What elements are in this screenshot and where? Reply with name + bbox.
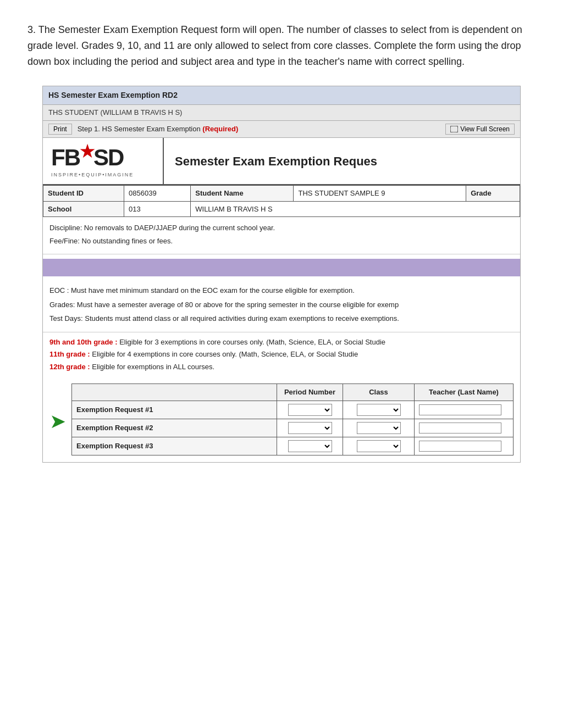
exemption-label-3: Exemption Request #3 xyxy=(72,437,277,455)
grade-9-10-label: 9th and 10th grade : xyxy=(49,338,118,346)
grade-9-10-text: Eligible for 3 exemptions in core course… xyxy=(119,338,385,346)
fbisd-logo: FB★SD xyxy=(51,143,123,169)
grade-12-line: 12th grade : Eligible for exemptions in … xyxy=(49,362,514,373)
class-cell-2[interactable]: MathScienceELASocial Studies xyxy=(343,419,415,437)
exemption-row-2: Exemption Request #212345678MathScienceE… xyxy=(72,419,514,437)
teacher-input-3[interactable] xyxy=(419,441,501,452)
fee-text: Fee/Fine: No outstanding fines or fees. xyxy=(49,236,514,247)
teacher-input-1[interactable] xyxy=(419,404,501,415)
period-select-2[interactable]: 12345678 xyxy=(288,422,332,434)
teacher-cell-1[interactable] xyxy=(415,401,514,419)
eoc-section: EOC : Must have met minimum standard on … xyxy=(43,281,520,332)
form-title: HS Semester Exam Exemption RD2 xyxy=(48,91,178,99)
eoc-text: EOC : Must have met minimum standard on … xyxy=(49,285,514,296)
grade-12-text: Eligible for exemptions in ALL courses. xyxy=(92,363,214,371)
col-header-period: Period Number xyxy=(277,384,343,401)
logo-area: FB★SD INSPIRE•EQUIP•IMAGINE xyxy=(43,138,164,185)
expand-icon xyxy=(450,126,458,132)
purple-bar xyxy=(43,259,520,276)
discipline-text: Discipline: No removals to DAEP/JJAEP du… xyxy=(49,223,514,234)
grade-9-10-line: 9th and 10th grade : Eligible for 3 exem… xyxy=(49,337,514,348)
col-header-request xyxy=(72,384,277,401)
conditions-area: Discipline: No removals to DAEP/JJAEP du… xyxy=(43,217,520,254)
col-header-teacher: Teacher (Last Name) xyxy=(415,384,514,401)
intro-paragraph: 3. The Semester Exam Exemption Request f… xyxy=(27,22,536,69)
exemption-label-1: Exemption Request #1 xyxy=(72,401,277,419)
view-full-screen-label: View Full Screen xyxy=(460,125,510,133)
exemption-row-3: Exemption Request #312345678MathScienceE… xyxy=(72,437,514,455)
step-bar: Print Step 1. HS Semester Exam Exemption… xyxy=(43,121,520,138)
exam-exemption-title: Semester Exam Exemption Reques xyxy=(175,152,377,170)
exemption-row-1: Exemption Request #112345678MathScienceE… xyxy=(72,401,514,419)
exemption-table: Period Number Class Teacher (Last Name) … xyxy=(71,384,514,455)
form-body: FB★SD INSPIRE•EQUIP•IMAGINE Semester Exa… xyxy=(43,138,520,462)
arrow-icon: ➤ xyxy=(49,407,66,436)
period-select-1[interactable]: 12345678 xyxy=(288,404,332,416)
student-subheader: THS STUDENT (WILLIAM B TRAVIS H S) xyxy=(43,105,520,121)
school-name-value: WILLIAM B TRAVIS H S xyxy=(191,201,520,217)
period-cell-1[interactable]: 12345678 xyxy=(277,401,343,419)
view-full-screen-button[interactable]: View Full Screen xyxy=(445,124,515,135)
class-select-3[interactable]: MathScienceELASocial Studies xyxy=(357,440,401,452)
class-select-2[interactable]: MathScienceELASocial Studies xyxy=(357,422,401,434)
logo-star: ★ xyxy=(80,142,93,160)
class-select-1[interactable]: MathScienceELASocial Studies xyxy=(357,404,401,416)
student-id-value: 0856039 xyxy=(124,186,191,202)
teacher-cell-3[interactable] xyxy=(415,437,514,455)
teacher-input-2[interactable] xyxy=(419,423,501,434)
fbisd-tagline: INSPIRE•EQUIP•IMAGINE xyxy=(51,171,134,179)
student-id-label: Student ID xyxy=(43,186,124,202)
grades-text: Grades: Must have a semester average of … xyxy=(49,299,514,310)
grade-11-line: 11th grade : Eligible for 4 exemptions i… xyxy=(49,349,514,360)
grade-12-label: 12th grade : xyxy=(49,363,90,371)
school-label: School xyxy=(43,201,124,217)
school-id-value: 013 xyxy=(124,201,191,217)
grade-label: Grade xyxy=(466,186,520,202)
teacher-cell-2[interactable] xyxy=(415,419,514,437)
step-label-text: Step 1. HS Semester Exam Exemption (Requ… xyxy=(78,124,239,135)
form-container: HS Semester Exam Exemption RD2 THS STUDE… xyxy=(42,86,521,463)
class-cell-3[interactable]: MathScienceELASocial Studies xyxy=(343,437,415,455)
period-cell-3[interactable]: 12345678 xyxy=(277,437,343,455)
exemption-label-2: Exemption Request #2 xyxy=(72,419,277,437)
logo-title-row: FB★SD INSPIRE•EQUIP•IMAGINE Semester Exa… xyxy=(43,138,520,186)
exemption-table-wrapper: ➤ Period Number Class Teacher (Last Name… xyxy=(43,378,520,462)
grades-info: 9th and 10th grade : Eligible for 3 exem… xyxy=(43,332,520,379)
form-header: HS Semester Exam Exemption RD2 xyxy=(43,86,520,105)
grade-11-label: 11th grade : xyxy=(49,350,90,358)
svg-rect-0 xyxy=(450,126,458,132)
test-days-text: Test Days: Students must attend class or… xyxy=(49,313,514,324)
period-cell-2[interactable]: 12345678 xyxy=(277,419,343,437)
form-title-area: Semester Exam Exemption Reques xyxy=(164,138,520,185)
student-info-table: Student ID 0856039 Student Name THS STUD… xyxy=(43,185,520,217)
print-button[interactable]: Print xyxy=(48,124,72,135)
student-name-label: Student Name xyxy=(191,186,294,202)
col-header-class: Class xyxy=(343,384,415,401)
period-select-3[interactable]: 12345678 xyxy=(288,440,332,452)
student-name-value: THS STUDENT SAMPLE 9 xyxy=(294,186,466,202)
grade-11-text: Eligible for 4 exemptions in core course… xyxy=(92,350,358,358)
student-header-text: THS STUDENT (WILLIAM B TRAVIS H S) xyxy=(48,108,182,116)
class-cell-1[interactable]: MathScienceELASocial Studies xyxy=(343,401,415,419)
